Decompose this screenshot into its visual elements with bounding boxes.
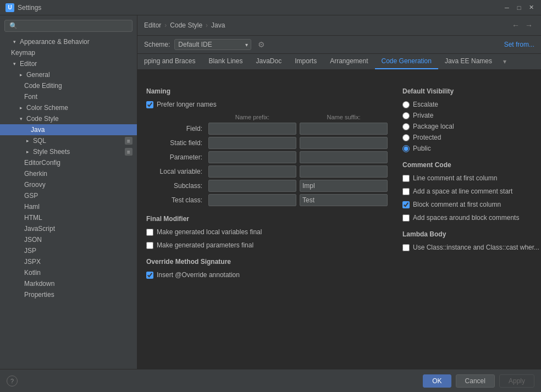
sidebar-item-style-sheets[interactable]: Style Sheets ≡ xyxy=(0,146,137,157)
sidebar-label-markdown: Markdown xyxy=(24,280,54,288)
sidebar-item-editor-config[interactable]: EditorConfig xyxy=(0,157,137,168)
test-class-label: Test class: xyxy=(146,196,207,204)
sidebar-label-properties: Properties xyxy=(24,291,54,299)
parameter-suffix-input[interactable] xyxy=(300,151,388,163)
line-comment-first-col-label: Line comment at first column xyxy=(413,174,497,182)
override-annotation-checkbox[interactable] xyxy=(146,272,153,279)
tab-javadoc[interactable]: JavaDoc xyxy=(249,54,288,69)
sidebar-item-java[interactable]: Java xyxy=(0,124,137,135)
static-field-suffix-input[interactable] xyxy=(300,137,388,149)
style-sheets-badge: ≡ xyxy=(125,148,133,156)
sidebar-item-haml[interactable]: Haml xyxy=(0,201,137,212)
close-button[interactable]: ✕ xyxy=(527,3,536,12)
escalate-radio[interactable] xyxy=(402,101,410,108)
sidebar-label-java: Java xyxy=(31,126,45,134)
ok-button[interactable]: OK xyxy=(423,374,451,388)
sidebar-item-html[interactable]: HTML xyxy=(0,212,137,223)
gear-icon[interactable]: ⚙ xyxy=(256,39,267,50)
tab-code-generation[interactable]: Code Generation xyxy=(375,54,438,69)
scheme-select-wrapper: Default IDEProject xyxy=(174,39,251,50)
lambda-body-item-label: Use Class::instance and Class::cast wher… xyxy=(413,244,539,251)
tab-imports[interactable]: Imports xyxy=(288,54,323,69)
sidebar-item-gsp[interactable]: GSP xyxy=(0,190,137,201)
sidebar-label-appearance: Appearance & Behavior xyxy=(20,38,90,46)
test-class-prefix-input[interactable] xyxy=(208,194,296,206)
sidebar-item-code-style[interactable]: Code Style xyxy=(0,113,137,124)
subclass-prefix-input[interactable] xyxy=(208,180,296,192)
sidebar-item-sql[interactable]: SQL ≡ xyxy=(0,135,137,146)
sidebar-label-groovy: Groovy xyxy=(24,181,46,189)
params-final-label: Make generated parameters final xyxy=(157,241,253,249)
forward-button[interactable]: → xyxy=(523,20,534,31)
add-space-line-comment-checkbox[interactable] xyxy=(402,188,410,195)
override-annotation-label: Insert @Override annotation xyxy=(157,271,240,279)
help-button[interactable]: ? xyxy=(7,376,18,387)
sidebar-label-font: Font xyxy=(24,93,37,101)
sidebar-label-sql: SQL xyxy=(33,137,46,145)
naming-prefix-header: Name prefix: xyxy=(207,114,298,120)
sidebar-item-editor[interactable]: Editor xyxy=(0,58,137,69)
private-radio[interactable] xyxy=(402,112,410,119)
sidebar-item-appearance[interactable]: Appearance & Behavior xyxy=(0,36,137,47)
sidebar-item-general[interactable]: General xyxy=(0,69,137,80)
back-button[interactable]: ← xyxy=(510,20,521,31)
sidebar-item-javascript[interactable]: JavaScript xyxy=(0,223,137,234)
cancel-button[interactable]: Cancel xyxy=(456,374,495,388)
package-local-radio[interactable] xyxy=(402,123,410,130)
field-prefix-input[interactable] xyxy=(208,123,296,135)
tab-arrangement[interactable]: Arrangement xyxy=(323,54,374,69)
block-comment-first-col-checkbox[interactable] xyxy=(402,201,410,208)
titlebar-title: Settings xyxy=(18,4,503,12)
tabs-more-button[interactable]: ▾ xyxy=(499,54,511,69)
search-input[interactable] xyxy=(4,20,133,32)
sidebar-label-json: JSON xyxy=(24,236,42,244)
scheme-select[interactable]: Default IDEProject xyxy=(174,39,251,50)
add-spaces-block-checkbox[interactable] xyxy=(402,214,410,222)
sidebar-item-kotlin[interactable]: Kotlin xyxy=(0,267,137,278)
local-vars-final-checkbox[interactable] xyxy=(146,229,153,236)
test-class-suffix-input[interactable] xyxy=(300,194,388,206)
local-variable-prefix-input[interactable] xyxy=(208,165,296,178)
prefer-longer-checkbox[interactable] xyxy=(146,101,153,108)
package-local-radio-row: Package local xyxy=(402,123,541,130)
expand-arrow-sql xyxy=(24,137,31,144)
tab-wrapping[interactable]: pping and Braces xyxy=(137,54,202,69)
sidebar-item-properties[interactable]: Properties xyxy=(0,289,137,300)
expand-arrow-editor xyxy=(11,60,18,67)
sql-badge: ≡ xyxy=(125,137,133,145)
override-title: Override Method Signature xyxy=(146,258,389,266)
static-field-prefix-input[interactable] xyxy=(208,137,296,149)
sidebar-item-json[interactable]: JSON xyxy=(0,234,137,245)
sidebar-item-jsp[interactable]: JSP xyxy=(0,245,137,256)
line-comment-first-col-checkbox[interactable] xyxy=(402,175,410,182)
tab-blank-lines[interactable]: Blank Lines xyxy=(202,54,249,69)
local-vars-final-label: Make generated local variables final xyxy=(157,228,262,236)
sidebar-item-gherkin[interactable]: Gherkin xyxy=(0,168,137,179)
sidebar-item-keymap[interactable]: Keymap xyxy=(0,47,137,58)
set-from-link[interactable]: Set from... xyxy=(504,41,534,48)
sidebar-label-gherkin: Gherkin xyxy=(24,170,47,178)
tab-java-ee[interactable]: Java EE Names xyxy=(438,54,499,69)
sidebar-item-color-scheme[interactable]: Color Scheme xyxy=(0,102,137,113)
content-area: Editor › Code Style › Java ← → Scheme: D… xyxy=(137,15,541,369)
params-final-checkbox[interactable] xyxy=(146,242,153,249)
bottom-bar: ? OK Cancel Apply xyxy=(0,369,541,392)
sidebar-item-groovy[interactable]: Groovy xyxy=(0,179,137,190)
protected-radio[interactable] xyxy=(402,134,410,141)
local-variable-suffix-input[interactable] xyxy=(300,165,388,178)
sidebar-item-font[interactable]: Font xyxy=(0,91,137,102)
sidebar-item-markdown[interactable]: Markdown xyxy=(0,278,137,289)
sidebar-item-jspx[interactable]: JSPX xyxy=(0,256,137,267)
lambda-body-item-checkbox[interactable] xyxy=(402,244,410,251)
naming-row-subclass: Subclass: xyxy=(146,180,389,192)
public-radio[interactable] xyxy=(402,145,410,152)
field-suffix-input[interactable] xyxy=(300,123,388,135)
minimize-button[interactable]: ─ xyxy=(503,3,511,12)
apply-button[interactable]: Apply xyxy=(499,374,534,388)
parameter-prefix-input[interactable] xyxy=(208,151,296,163)
sidebar-item-code-editing[interactable]: Code Editing xyxy=(0,80,137,91)
line-comment-first-col-row: Line comment at first column xyxy=(402,174,541,182)
subclass-suffix-input[interactable] xyxy=(300,180,388,192)
app-icon: U xyxy=(5,3,14,12)
maximize-button[interactable]: □ xyxy=(515,3,523,12)
